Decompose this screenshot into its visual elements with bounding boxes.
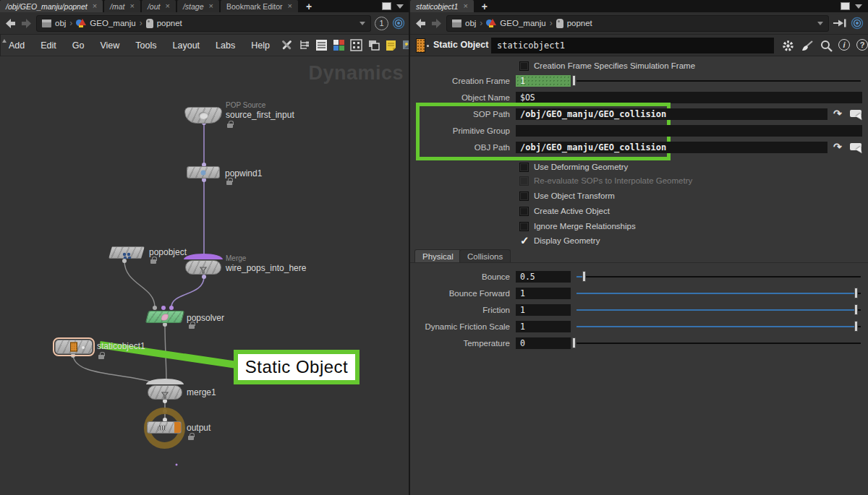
follow-target-icon[interactable] xyxy=(392,17,405,30)
gear-icon[interactable] xyxy=(781,39,795,53)
collapsed-palette-strip[interactable] xyxy=(0,35,1,56)
forward-arrow-icon[interactable] xyxy=(430,18,443,29)
info-icon[interactable]: i xyxy=(838,39,850,51)
param-label: Friction xyxy=(410,306,510,314)
tab-collisions[interactable]: Collisions xyxy=(459,249,511,262)
breadcrumb-obj[interactable]: obj xyxy=(55,19,66,27)
menu-view[interactable]: View xyxy=(92,40,127,51)
overlapping-windows-icon[interactable] xyxy=(367,39,380,51)
tab-network-popnet[interactable]: /obj/GEO_manju/popnet × xyxy=(0,0,103,12)
snapshot-badge[interactable]: 1 xyxy=(375,17,388,30)
creation-frame-field[interactable]: 1 xyxy=(516,75,571,87)
search-icon[interactable] xyxy=(820,39,833,53)
node-popsolver[interactable] xyxy=(145,311,184,323)
creation-frame-slider[interactable] xyxy=(572,75,861,86)
tab-physical[interactable]: Physical xyxy=(414,249,461,262)
jump-to-operator-icon[interactable]: ↷ xyxy=(833,108,846,119)
breadcrumb-obj[interactable]: obj xyxy=(465,19,476,27)
breadcrumb-popnet[interactable]: popnet xyxy=(567,19,592,27)
display-geometry-checkbox[interactable] xyxy=(519,236,529,246)
sticky-note-icon[interactable] xyxy=(385,39,397,51)
node-staticobject1[interactable] xyxy=(55,340,93,354)
tab-out[interactable]: /out × xyxy=(142,0,176,12)
use-object-transform-checkbox[interactable] xyxy=(519,191,529,201)
object-name-field[interactable]: $OS xyxy=(516,92,862,103)
dynamic-friction-scale-field[interactable]: 1 xyxy=(516,321,571,332)
node-output[interactable] xyxy=(147,421,182,434)
help-icon[interactable]: ? xyxy=(856,39,868,51)
pane-maximize-icon[interactable] xyxy=(841,2,850,10)
pane-menu-icon[interactable] xyxy=(396,4,404,12)
tab-staticobject1[interactable]: staticobject1 × xyxy=(410,0,474,12)
close-icon[interactable]: × xyxy=(209,2,213,10)
jump-to-operator-icon[interactable]: ↷ xyxy=(833,141,846,152)
breadcrumb-geo-manju[interactable]: GEO_manju xyxy=(500,19,545,27)
sop-path-field[interactable]: /obj/GEO_manju/GEO_collision xyxy=(516,108,827,120)
pane-maximize-icon[interactable] xyxy=(382,2,391,10)
temperature-slider[interactable] xyxy=(572,337,861,348)
use-deforming-geometry-checkbox[interactable] xyxy=(519,163,529,172)
creation-frame-specifies-checkbox[interactable] xyxy=(519,61,529,71)
color-palette-icon[interactable] xyxy=(333,39,345,51)
follow-target-icon[interactable] xyxy=(851,17,864,30)
node-source-first-input[interactable] xyxy=(184,107,222,124)
field-value: 1 xyxy=(520,76,525,86)
breadcrumb-separator: › xyxy=(69,18,72,28)
field-value: /obj/GEO_manju/GEO_collision xyxy=(520,109,666,119)
node-name-input[interactable]: staticobject1 xyxy=(491,38,774,53)
node-wire-pops-into-here[interactable] xyxy=(185,260,221,275)
node-popwind1[interactable] xyxy=(187,166,220,178)
menu-go[interactable]: Go xyxy=(64,40,93,51)
breadcrumb[interactable]: obj › GEO_manju › popnet xyxy=(36,15,371,32)
breadcrumb[interactable]: obj › GEO_manju › popnet xyxy=(446,15,829,32)
forward-arrow-icon[interactable] xyxy=(20,18,33,29)
ignore-merge-relationships-checkbox[interactable] xyxy=(519,222,529,231)
bounce-field[interactable]: 0.5 xyxy=(516,271,571,283)
op-select-icon[interactable] xyxy=(850,110,861,117)
list-view-icon[interactable] xyxy=(315,39,328,51)
network-canvas[interactable]: Dynamics xyxy=(0,56,409,495)
dynamic-friction-scale-slider[interactable] xyxy=(572,321,861,332)
new-tab-button[interactable]: + xyxy=(475,0,494,12)
close-icon[interactable]: × xyxy=(130,2,135,10)
brush-icon[interactable] xyxy=(801,39,814,53)
tree-view-icon[interactable] xyxy=(298,39,310,51)
menu-help[interactable]: Help xyxy=(243,40,278,51)
bounce-forward-slider[interactable] xyxy=(572,288,861,298)
bounce-forward-field[interactable]: 1 xyxy=(516,288,571,299)
op-select-icon[interactable] xyxy=(850,143,861,150)
close-icon[interactable]: × xyxy=(165,2,169,10)
node-merge1[interactable] xyxy=(148,385,182,400)
close-icon[interactable]: × xyxy=(288,2,292,10)
bounce-slider[interactable] xyxy=(572,271,861,282)
menu-tools[interactable]: Tools xyxy=(127,40,164,51)
primitive-group-field[interactable] xyxy=(516,125,862,137)
grid-layout-icon[interactable] xyxy=(350,39,362,51)
pin-icon[interactable] xyxy=(833,18,847,28)
friction-field[interactable]: 1 xyxy=(516,304,571,316)
close-icon[interactable]: × xyxy=(93,2,97,10)
tab-mat[interactable]: /mat × xyxy=(104,0,140,12)
friction-slider[interactable] xyxy=(572,304,861,315)
temperature-field[interactable]: 0 xyxy=(516,337,571,349)
breadcrumb-geo-manju[interactable]: GEO_manju xyxy=(90,19,135,27)
back-arrow-icon[interactable] xyxy=(414,18,427,29)
chevron-down-icon[interactable] xyxy=(359,22,365,28)
param-label: Bounce Forward xyxy=(410,289,510,298)
parameter-pane: staticobject1 × + obj › GEO_manju › popn… xyxy=(410,0,868,495)
menu-labs[interactable]: Labs xyxy=(208,40,243,51)
create-active-object-checkbox[interactable] xyxy=(519,207,529,216)
tab-stage[interactable]: /stage × xyxy=(177,0,219,12)
breadcrumb-popnet[interactable]: popnet xyxy=(157,19,182,27)
obj-path-field[interactable]: /obj/GEO_manju/GEO_collision xyxy=(516,142,827,153)
node-popobject[interactable] xyxy=(109,246,145,259)
close-icon[interactable]: × xyxy=(463,2,467,10)
tools-wrench-icon[interactable] xyxy=(281,39,293,51)
back-arrow-icon[interactable] xyxy=(4,18,17,29)
tab-bookmark-editor[interactable]: Bookmark Editor × xyxy=(221,0,298,12)
menu-edit[interactable]: Edit xyxy=(33,40,64,51)
pane-menu-icon[interactable] xyxy=(855,4,862,12)
new-tab-button[interactable]: + xyxy=(299,0,318,12)
chevron-down-icon[interactable] xyxy=(817,22,823,28)
menu-layout[interactable]: Layout xyxy=(165,40,208,51)
